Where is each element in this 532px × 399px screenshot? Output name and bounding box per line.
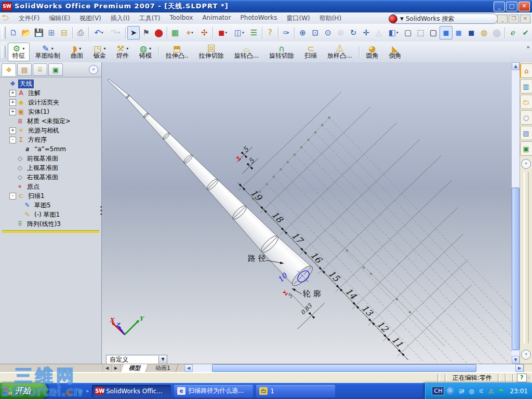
tree-item-光源与相机[interactable]: +☀光源与相机 <box>1 126 101 135</box>
toolbar-overflow-chevron[interactable]: » <box>526 44 530 50</box>
photoworks-render-icon[interactable]: ✣ <box>198 26 210 39</box>
cmd-草图绘制[interactable]: ✎▾草图绘制 <box>31 43 65 61</box>
menu-工具(T)[interactable]: 工具(T) <box>135 13 165 24</box>
desktop-icon[interactable]: ▄ <box>64 387 73 395</box>
tree-item-设计活页夹[interactable]: +◆设计活页夹 <box>1 98 101 107</box>
taskbar-task-SolidWorks Offic...[interactable]: SWSolidWorks Offic... <box>92 385 171 397</box>
search-tab-icon[interactable]: ○ <box>520 110 532 125</box>
rotate-view-icon[interactable]: ↻ <box>347 26 360 39</box>
make-assembly-icon[interactable]: ⊟ <box>58 26 70 39</box>
taskbar-task-扫描路径为什么选...[interactable]: e扫描路径为什么选... <box>174 385 253 397</box>
appearances-icon[interactable]: ▣ <box>520 141 532 156</box>
menu-插入(I)[interactable]: 插入(I) <box>106 13 135 24</box>
search-dropdown-icon[interactable]: ▼ <box>400 16 404 21</box>
stoplight-icon[interactable]: ⬤ <box>153 26 165 39</box>
3d-drawing-view-icon[interactable]: ◬ <box>373 26 385 39</box>
file-explorer-icon[interactable]: 🗀 <box>520 95 532 109</box>
tree-expander[interactable]: - <box>9 137 16 143</box>
pan-icon[interactable]: ✛ <box>360 26 372 39</box>
display-tray-icon[interactable]: 🖳 <box>457 387 466 395</box>
solidworks-resources-icon[interactable]: ⌂ <box>520 63 532 78</box>
cmd-曲面[interactable]: ◗▾曲面 <box>66 43 88 61</box>
shadows-in-shaded-icon[interactable]: ◼ <box>465 26 477 39</box>
horizontal-scrollbar[interactable]: ◀ ▶ <box>184 364 532 372</box>
toolbar-grip[interactable] <box>2 46 6 58</box>
child-minimize-button[interactable]: _ <box>497 15 508 23</box>
solidworks-search-box[interactable]: ▼ SolidWorks 搜索 <box>390 14 498 24</box>
media-player-icon[interactable]: ◉ <box>76 387 85 395</box>
tab-featuremanager[interactable]: ❖ <box>2 63 16 76</box>
print-icon[interactable]: ⎙ <box>74 26 87 39</box>
resize-grip[interactable]: ⠿ <box>527 375 531 381</box>
help-icon[interactable]: ? <box>264 26 276 39</box>
tab-动画1[interactable]: 动画1 <box>148 364 179 372</box>
viewport-layout-icon[interactable]: ◫▾ <box>231 26 247 39</box>
rollback-bar[interactable] <box>2 230 99 233</box>
tree-item-材质 <未指定>[interactable]: ≣材质 <未指定> <box>1 116 101 126</box>
help-status-icon[interactable]: ? <box>517 374 527 382</box>
menu-Toolbox[interactable]: Toolbox <box>165 13 197 24</box>
wireframe-icon[interactable]: ▢ <box>402 26 414 39</box>
taskbar-task-1[interactable]: 🗀1 <box>256 385 335 397</box>
solidworks-menu-icon[interactable]: ⮌ <box>2 14 11 22</box>
menu-视图(V)[interactable]: 视图(V) <box>75 13 106 24</box>
tree-item-实体(1)[interactable]: +▣实体(1) <box>1 107 101 116</box>
tab-nav-next[interactable]: ▶ <box>112 364 121 372</box>
cmd-倒角[interactable]: ◣倒角 <box>384 43 406 61</box>
tree-expander[interactable]: + <box>9 99 16 106</box>
cmd-旋转切除[interactable]: ∩旋转切除 <box>264 43 299 61</box>
tree-expander[interactable]: + <box>9 90 16 97</box>
minimize-button[interactable]: _ <box>494 2 505 11</box>
view-palette-icon[interactable]: ▧ <box>520 126 532 140</box>
tree-item-上视基准面[interactable]: ◇上视基准面 <box>1 163 101 172</box>
redo-icon[interactable]: ↷▾ <box>107 26 124 39</box>
publish-icon[interactable]: ✔ <box>520 26 532 39</box>
zoom-in-out-icon[interactable]: ⊙ <box>322 26 334 39</box>
new-document-icon[interactable]: 🗋 <box>7 26 20 39</box>
cmd-拉伸凸..[interactable]: ⬒拉伸凸.. <box>161 43 193 61</box>
realview-icon[interactable]: ◍ <box>477 26 490 39</box>
panel-expand-chevron[interactable]: » <box>89 65 98 74</box>
color-swatches-icon[interactable]: ▦ <box>169 26 181 39</box>
save-icon[interactable]: 💾 <box>33 26 45 39</box>
cmd-旋转凸...[interactable]: ⌓旋转凸... <box>230 43 263 61</box>
tree-item-天线[interactable]: ❖天线 <box>1 79 101 88</box>
tree-item-注解[interactable]: +A注解 <box>1 88 101 98</box>
language-indicator[interactable]: CH <box>432 387 444 395</box>
tree-item-扫描1[interactable]: -⊂扫描1 <box>1 191 101 201</box>
zoom-to-fit-icon[interactable]: ⊕ <box>296 26 309 39</box>
child-close-button[interactable]: ✕ <box>520 15 530 23</box>
horizontal-scroll-thumb[interactable] <box>212 364 476 372</box>
hidden-lines-removed-icon[interactable]: ▢ <box>427 26 440 39</box>
scroll-down-icon[interactable]: ▼ <box>512 356 520 364</box>
tree-expander[interactable]: + <box>9 109 16 115</box>
close-button[interactable]: ✕ <box>518 2 530 11</box>
tab-dimxpertmanager[interactable]: ▣ <box>48 63 63 76</box>
cmd-铸模[interactable]: ◍▾铸模 <box>135 43 156 61</box>
combo-dropdown-icon[interactable]: ▼ <box>158 356 167 364</box>
child-restore-button[interactable]: ❐ <box>509 15 519 23</box>
standard-views-icon[interactable]: ◧▾ <box>385 26 402 39</box>
menu-PhotoWorks[interactable]: PhotoWorks <box>236 13 282 24</box>
solidworks-office-icon[interactable]: ◼▾ <box>215 26 231 39</box>
cmd-圆角[interactable]: ◕圆角 <box>362 43 383 61</box>
perspective-icon[interactable]: ⬤ <box>490 26 503 39</box>
hidden-lines-visible-icon[interactable]: ⬚ <box>414 26 427 39</box>
menu-帮助(H)[interactable]: 帮助(H) <box>315 13 346 24</box>
cmd-焊件[interactable]: ⚒▾焊件 <box>112 43 134 61</box>
vertical-scroll-thumb[interactable] <box>512 188 520 351</box>
internet-explorer-icon[interactable]: e <box>52 387 61 395</box>
tree-item-阵列(线性)3[interactable]: ⠿阵列(线性)3 <box>1 219 101 229</box>
cmd-特征[interactable]: ⚙▾特征 <box>8 43 30 61</box>
scroll-right-icon[interactable]: ▶ <box>515 364 524 372</box>
cmd-扫描[interactable]: ⊂扫描 <box>300 43 322 61</box>
tree-expander[interactable]: + <box>9 127 16 134</box>
tree-item-原点[interactable]: ⌖原点 <box>1 182 101 191</box>
view-orientation-combo[interactable]: 自定义 ▼ <box>106 355 167 364</box>
make-drawing-icon[interactable]: ⊞ <box>45 26 58 39</box>
tree-item-“a”=5mm[interactable]: 𝒂“a”=5mm <box>1 144 101 154</box>
edrawings-icon[interactable]: ℯ <box>507 26 519 39</box>
task-pane-collapse-icon-2[interactable]: « <box>521 350 531 360</box>
tab-nav-prev[interactable]: ◀ <box>103 364 112 372</box>
shaded-icon[interactable]: ◼ <box>453 26 465 39</box>
